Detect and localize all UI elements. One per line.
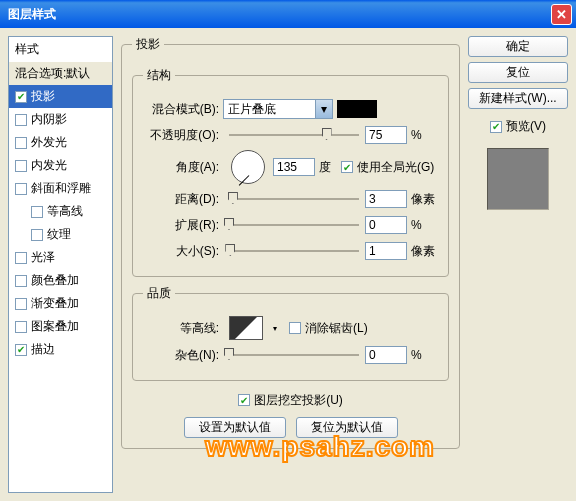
contour-label: 等高线: [143, 320, 223, 337]
close-button[interactable]: ✕ [551, 4, 572, 25]
blend-mode-label: 混合模式(B): [143, 101, 223, 118]
styles-list: 样式 混合选项:默认 ✔投影内阴影外发光内发光斜面和浮雕等高线纹理光泽颜色叠加渐… [8, 36, 113, 493]
antialiased-label: 消除锯齿(L) [305, 320, 368, 337]
style-label: 纹理 [47, 226, 71, 243]
right-panel: 确定 复位 新建样式(W)... ✔ 预览(V) [468, 36, 568, 493]
distance-slider[interactable] [229, 191, 359, 207]
style-label: 渐变叠加 [31, 295, 79, 312]
preview-swatch [487, 148, 549, 210]
angle-dial[interactable] [231, 150, 265, 184]
style-checkbox[interactable]: ✔ [15, 344, 27, 356]
spread-slider[interactable] [229, 217, 359, 233]
blend-options-item[interactable]: 混合选项:默认 [9, 62, 112, 85]
opacity-input[interactable] [365, 126, 407, 144]
style-checkbox[interactable] [31, 229, 43, 241]
shadow-group: 投影 结构 混合模式(B): 正片叠底 ▾ 不透明度(O): % [121, 36, 460, 449]
style-checkbox[interactable] [15, 298, 27, 310]
window-title: 图层样式 [8, 6, 551, 23]
size-input[interactable] [365, 242, 407, 260]
shadow-color-swatch[interactable] [337, 100, 377, 118]
style-item-11[interactable]: ✔描边 [9, 338, 112, 361]
preview-label: 预览(V) [506, 118, 546, 135]
style-label: 投影 [31, 88, 55, 105]
styles-header: 样式 [9, 37, 112, 62]
style-checkbox[interactable]: ✔ [15, 91, 27, 103]
cancel-button[interactable]: 复位 [468, 62, 568, 83]
size-label: 大小(S): [143, 243, 223, 260]
distance-label: 距离(D): [143, 191, 223, 208]
global-light-label: 使用全局光(G) [357, 159, 434, 176]
quality-group: 品质 等高线: ▾ 消除锯齿(L) 杂色(N): % [132, 285, 449, 381]
blend-mode-combo[interactable]: 正片叠底 ▾ [223, 99, 333, 119]
style-label: 光泽 [31, 249, 55, 266]
style-label: 等高线 [47, 203, 83, 220]
style-label: 描边 [31, 341, 55, 358]
spread-label: 扩展(R): [143, 217, 223, 234]
style-item-6[interactable]: 纹理 [9, 223, 112, 246]
spread-unit: % [411, 218, 422, 232]
spread-input[interactable] [365, 216, 407, 234]
style-item-2[interactable]: 外发光 [9, 131, 112, 154]
style-label: 内发光 [31, 157, 67, 174]
style-item-0[interactable]: ✔投影 [9, 85, 112, 108]
style-item-4[interactable]: 斜面和浮雕 [9, 177, 112, 200]
style-item-3[interactable]: 内发光 [9, 154, 112, 177]
opacity-slider[interactable] [229, 127, 359, 143]
style-label: 图案叠加 [31, 318, 79, 335]
style-label: 颜色叠加 [31, 272, 79, 289]
noise-label: 杂色(N): [143, 347, 223, 364]
global-light-checkbox[interactable]: ✔ [341, 161, 353, 173]
style-item-5[interactable]: 等高线 [9, 200, 112, 223]
ok-button[interactable]: 确定 [468, 36, 568, 57]
style-checkbox[interactable] [15, 275, 27, 287]
style-checkbox[interactable] [15, 321, 27, 333]
new-style-button[interactable]: 新建样式(W)... [468, 88, 568, 109]
structure-title: 结构 [143, 67, 175, 84]
style-item-9[interactable]: 渐变叠加 [9, 292, 112, 315]
style-checkbox[interactable] [15, 160, 27, 172]
preview-checkbox[interactable]: ✔ [490, 121, 502, 133]
style-item-7[interactable]: 光泽 [9, 246, 112, 269]
knockout-checkbox[interactable]: ✔ [238, 394, 250, 406]
angle-unit: 度 [319, 159, 331, 176]
noise-input[interactable] [365, 346, 407, 364]
reset-default-button[interactable]: 复位为默认值 [296, 417, 398, 438]
knockout-label: 图层挖空投影(U) [254, 392, 343, 409]
angle-input[interactable] [273, 158, 315, 176]
structure-group: 结构 混合模式(B): 正片叠底 ▾ 不透明度(O): % 角度( [132, 67, 449, 277]
style-checkbox[interactable] [15, 114, 27, 126]
style-label: 外发光 [31, 134, 67, 151]
opacity-unit: % [411, 128, 422, 142]
set-default-button[interactable]: 设置为默认值 [184, 417, 286, 438]
style-checkbox[interactable] [15, 137, 27, 149]
noise-unit: % [411, 348, 422, 362]
style-checkbox[interactable] [15, 183, 27, 195]
main-panel: 投影 结构 混合模式(B): 正片叠底 ▾ 不透明度(O): % [121, 36, 460, 493]
dialog-content: 样式 混合选项:默认 ✔投影内阴影外发光内发光斜面和浮雕等高线纹理光泽颜色叠加渐… [0, 28, 576, 501]
style-item-10[interactable]: 图案叠加 [9, 315, 112, 338]
size-slider[interactable] [229, 243, 359, 259]
antialiased-checkbox[interactable] [289, 322, 301, 334]
angle-label: 角度(A): [143, 159, 223, 176]
style-item-8[interactable]: 颜色叠加 [9, 269, 112, 292]
style-item-1[interactable]: 内阴影 [9, 108, 112, 131]
distance-input[interactable] [365, 190, 407, 208]
style-label: 斜面和浮雕 [31, 180, 91, 197]
style-checkbox[interactable] [31, 206, 43, 218]
shadow-group-title: 投影 [132, 36, 164, 53]
style-label: 内阴影 [31, 111, 67, 128]
titlebar: 图层样式 ✕ [0, 0, 576, 28]
opacity-label: 不透明度(O): [143, 127, 223, 144]
chevron-down-icon[interactable]: ▾ [269, 316, 281, 340]
quality-title: 品质 [143, 285, 175, 302]
distance-unit: 像素 [411, 191, 435, 208]
size-unit: 像素 [411, 243, 435, 260]
chevron-down-icon: ▾ [315, 100, 332, 118]
style-checkbox[interactable] [15, 252, 27, 264]
contour-picker[interactable] [229, 316, 263, 340]
noise-slider[interactable] [229, 347, 359, 363]
